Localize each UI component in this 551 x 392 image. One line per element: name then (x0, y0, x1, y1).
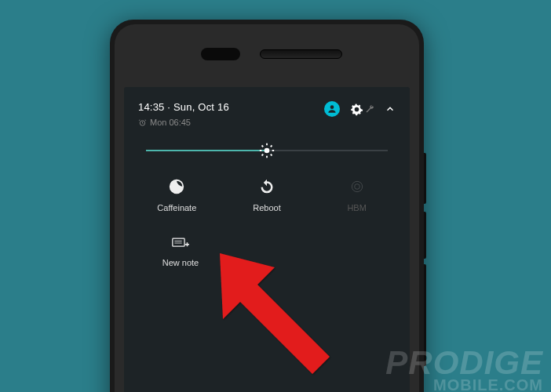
clock-date: 14:35 · Sun, Oct 16 (138, 101, 229, 114)
brightness-icon[interactable] (259, 143, 275, 158)
brightness-slider[interactable] (124, 128, 410, 161)
slider-fill (146, 150, 267, 151)
tile-reboot[interactable]: Reboot (222, 178, 312, 212)
quick-tiles-row2: New note (124, 212, 410, 267)
hbm-icon (348, 178, 366, 195)
chevron-up-icon[interactable] (385, 103, 396, 114)
svg-line-10 (262, 154, 264, 156)
status-right (324, 101, 396, 117)
svg-line-9 (271, 154, 272, 156)
alarm-icon (138, 118, 147, 127)
svg-line-11 (271, 146, 272, 147)
new-note-icon (172, 234, 189, 252)
quick-tiles-row1: Caffeinate Reboot (124, 161, 410, 212)
account-icon[interactable] (324, 101, 340, 117)
tile-label: Caffeinate (157, 203, 196, 212)
screen: 14:35 · Sun, Oct 16 Mon 06:45 (124, 87, 410, 392)
volume-up (424, 212, 426, 259)
svg-point-2 (355, 107, 358, 111)
earpiece-speaker (260, 49, 342, 59)
svg-point-13 (352, 182, 362, 192)
settings-button[interactable] (350, 103, 374, 116)
power-button (424, 153, 426, 204)
next-alarm: Mon 06:45 (138, 117, 229, 128)
tile-label: New note (162, 258, 199, 267)
tile-caffeinate[interactable]: Caffeinate (132, 178, 222, 212)
slider-track (146, 150, 388, 151)
svg-line-8 (262, 146, 264, 147)
phone-bezel: 14:35 · Sun, Oct 16 Mon 06:45 (115, 24, 419, 392)
status-bar: 14:35 · Sun, Oct 16 Mon 06:45 (124, 87, 410, 128)
svg-rect-15 (173, 238, 184, 246)
tile-new-note[interactable]: New note (141, 234, 220, 267)
tile-label: HBM (347, 203, 366, 212)
reboot-icon (258, 178, 276, 195)
tile-hbm[interactable]: HBM (312, 178, 402, 212)
caffeinate-icon (168, 178, 185, 195)
svg-point-3 (265, 148, 270, 154)
gear-icon (350, 103, 363, 116)
svg-point-1 (330, 105, 334, 109)
watermark: PRODIGE MOBILE.COM (385, 348, 543, 392)
proximity-sensor (201, 48, 240, 60)
svg-point-14 (354, 184, 359, 190)
tile-label: Reboot (253, 203, 280, 212)
alarm-time: Mon 06:45 (150, 117, 191, 128)
status-left: 14:35 · Sun, Oct 16 Mon 06:45 (138, 101, 229, 128)
phone-frame: 14:35 · Sun, Oct 16 Mon 06:45 (110, 20, 424, 392)
watermark-line1: PRODIGE (385, 348, 543, 378)
wrench-icon (365, 104, 374, 114)
